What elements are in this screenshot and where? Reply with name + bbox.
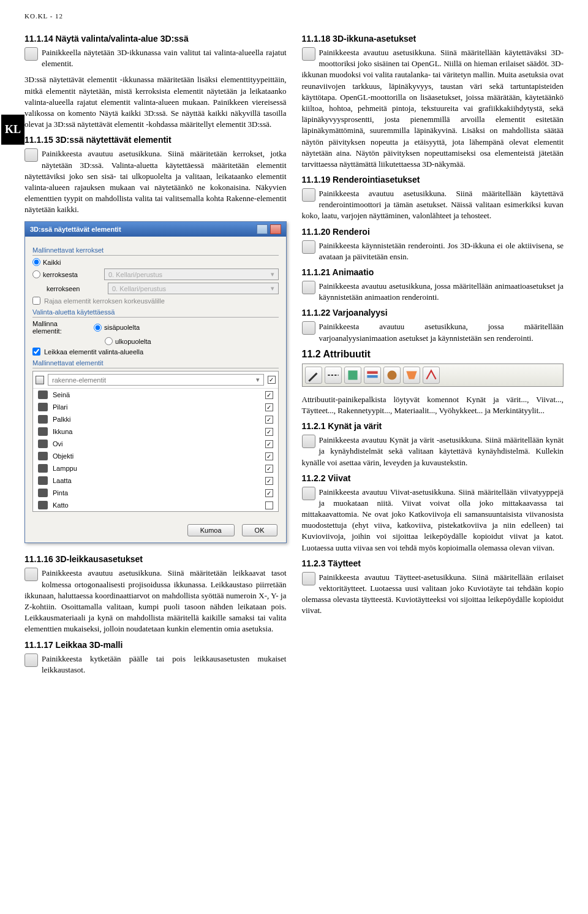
element-type-icon xyxy=(38,440,48,448)
markup-button[interactable] xyxy=(423,367,440,384)
label: sisäpuolelta xyxy=(104,324,140,331)
heading-11-1-17: 11.1.17 Leikkaa 3D-malli xyxy=(24,640,287,650)
render-settings-icon xyxy=(302,188,315,202)
check-height-range[interactable]: Rajaa elementit kerroksen korkeusvälille xyxy=(32,297,279,305)
element-name: Pinta xyxy=(53,489,68,497)
text: Painikkeesta avautuu asetusikkuna. Siinä… xyxy=(302,189,564,220)
close-button[interactable] xyxy=(270,224,281,234)
cancel-button[interactable]: Kumoa xyxy=(187,524,235,536)
label: Mallinna elementit: xyxy=(32,320,88,335)
materials-button[interactable] xyxy=(383,367,401,384)
list-item: Katto xyxy=(33,499,278,511)
element-type-icon xyxy=(38,476,48,485)
text: Painikkeesta avautuu Täytteet-asetusikku… xyxy=(302,573,564,615)
floor-from-combo[interactable]: 0. Kellari/perustus▾ xyxy=(104,268,279,280)
dialog-3d-elements: 3D:ssä näytettävät elementit Mallinnetta… xyxy=(24,221,287,543)
element-name: Seinä xyxy=(53,391,70,398)
element-checkbox[interactable]: ✓ xyxy=(265,428,273,436)
dialog-body: Mallinnettavat kerrokset Kaikki kerrokse… xyxy=(25,237,286,518)
text: Painikkeesta avautuu asetusikkuna. Siinä… xyxy=(24,149,287,214)
element-type-combo[interactable]: rakenne-elementit▾ xyxy=(48,374,264,386)
element-checkbox[interactable]: ✓ xyxy=(265,452,273,460)
text: Painikkeesta avautuu asetusikkuna. Siinä… xyxy=(24,568,287,633)
element-name: Palkki xyxy=(53,416,70,423)
help-button[interactable] xyxy=(257,224,268,234)
paragraph: Attribuutit-painikepalkista löytyvät kom… xyxy=(302,394,564,416)
animation-icon xyxy=(302,281,315,294)
paragraph: Painikkeesta avautuu asetusikkuna. Siinä… xyxy=(302,47,564,170)
heading-11-1-15: 11.1.15 3D:ssä näytettävät elementit xyxy=(24,135,287,145)
element-type-icon xyxy=(38,452,48,460)
right-column: 11.1.18 3D-ikkuna-asetukset Painikkeesta… xyxy=(302,29,564,680)
shadow-analysis-icon xyxy=(302,321,315,335)
text: Painikkeesta avautuu asetusikkuna, jossa… xyxy=(319,322,564,342)
check-cut[interactable]: Leikkaa elementit valinta-alueella xyxy=(32,348,279,356)
page-header: KO.KL - 12 xyxy=(24,12,564,20)
floor-to-combo[interactable]: 0. Kellari/perustus▾ xyxy=(108,283,279,294)
radio-from[interactable]: kerroksesta xyxy=(32,270,98,278)
element-name: Katto xyxy=(53,501,69,509)
element-checkbox[interactable]: ✓ xyxy=(265,391,273,399)
list-item: Laatta✓ xyxy=(33,474,278,487)
element-checkbox[interactable]: ✓ xyxy=(265,403,273,411)
text: Painikkeesta avautuu asetusikkuna. Siinä… xyxy=(302,48,564,169)
element-checkbox[interactable]: ✓ xyxy=(265,416,273,424)
heading-11-1-16: 11.1.16 3D-leikkausasetukset xyxy=(24,554,287,564)
list-item: Lamppu✓ xyxy=(33,462,278,474)
selection-3d-icon xyxy=(24,47,38,61)
cut-3d-icon xyxy=(24,653,38,667)
paragraph: Painikkeesta avautuu asetusikkuna, jossa… xyxy=(302,321,564,343)
element-checkbox[interactable] xyxy=(265,501,273,509)
attribute-toolbar xyxy=(302,364,564,387)
all-checkbox[interactable]: ✓ xyxy=(268,376,276,384)
group-floors: Mallinnettavat kerrokset xyxy=(32,246,279,256)
list-item: Seinä✓ xyxy=(33,389,278,401)
element-type-icon xyxy=(38,415,48,424)
element-type-icon xyxy=(38,489,48,497)
text: Painikkeella näytetään 3D-ikkunassa vain… xyxy=(42,48,287,68)
radio-all[interactable]: Kaikki xyxy=(32,258,61,266)
lines-button[interactable] xyxy=(325,367,342,384)
composites-button[interactable] xyxy=(364,367,381,384)
paragraph: Painikkeesta kytketään päälle tai pois l… xyxy=(24,653,287,676)
label: Kaikki xyxy=(43,259,61,266)
radio-inside[interactable]: sisäpuolelta xyxy=(94,324,140,332)
cut-settings-icon xyxy=(24,568,38,581)
element-checkbox[interactable]: ✓ xyxy=(265,489,273,497)
heading-11-2-2: 11.2.2 Viivat xyxy=(302,473,564,483)
list-item: Pinta✓ xyxy=(33,487,278,499)
element-checkbox[interactable]: ✓ xyxy=(265,477,273,485)
zones-button[interactable] xyxy=(403,367,420,384)
list-item: Objekti✓ xyxy=(33,450,278,462)
svg-rect-1 xyxy=(367,371,377,373)
dialog-titlebar[interactable]: 3D:ssä näytettävät elementit xyxy=(25,222,286,237)
paragraph: Painikkeesta avautuu asetusikkuna. Siinä… xyxy=(24,148,287,215)
pens-button[interactable] xyxy=(305,367,322,384)
element-type-icon xyxy=(38,390,48,399)
paragraph: 3D:ssä näytettävät elementit -ikkunassa … xyxy=(24,74,287,130)
group-selection: Valinta-aluetta käytettäessä xyxy=(32,308,279,318)
heading-11-1-20: 11.1.20 Renderoi xyxy=(302,227,564,237)
ok-button[interactable]: OK xyxy=(242,524,277,536)
side-tab: KL xyxy=(1,115,24,145)
fills-icon xyxy=(302,572,315,585)
collapse-icon[interactable] xyxy=(36,376,44,384)
paragraph: Painikkeesta käynnistetään renderointi. … xyxy=(302,240,564,262)
radio-outside[interactable]: ulkopuolelta xyxy=(105,337,151,345)
paragraph: Painikkeesta avautuu Täytteet-asetusikku… xyxy=(302,572,564,617)
text: Painikkeesta avautuu asetusikkuna, jossa… xyxy=(319,281,564,302)
paragraph: Painikkeesta avautuu asetusikkuna, jossa… xyxy=(302,281,564,303)
element-checkbox[interactable]: ✓ xyxy=(265,440,273,448)
list-item: Ovi✓ xyxy=(33,438,278,450)
svg-rect-0 xyxy=(348,370,357,379)
label: Rajaa elementit kerroksen korkeusvälille xyxy=(44,297,165,305)
list-item: Verhorakenne xyxy=(33,511,278,512)
heading-11-1-22: 11.1.22 Varjoanalyysi xyxy=(302,308,564,318)
element-checkbox[interactable]: ✓ xyxy=(265,465,273,473)
text: Painikkeesta käynnistetään renderointi. … xyxy=(319,241,564,261)
fills-button[interactable] xyxy=(344,367,361,384)
element-name: Laatta xyxy=(53,477,72,484)
paragraph: Painikkeesta avautuu Kynät ja värit -ase… xyxy=(302,435,564,468)
heading-11-1-21: 11.1.21 Animaatio xyxy=(302,267,564,277)
dialog-title: 3D:ssä näytettävät elementit xyxy=(30,226,121,233)
